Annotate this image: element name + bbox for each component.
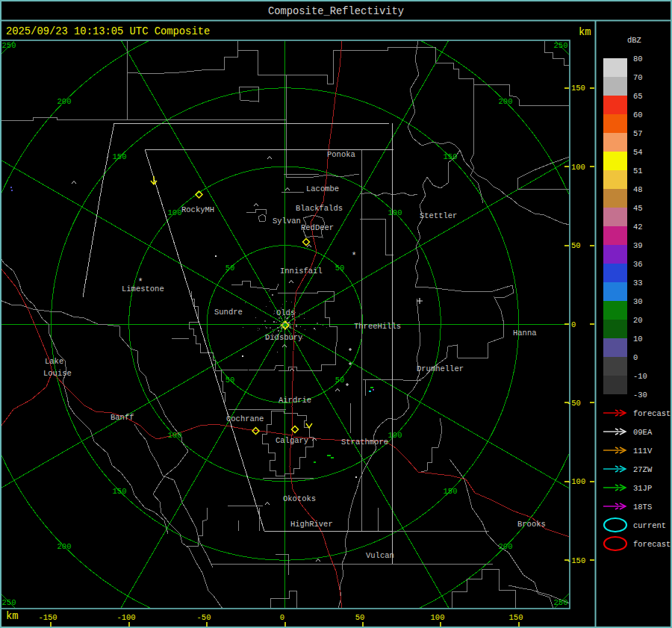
svg-text:Airdrie: Airdrie bbox=[279, 396, 311, 405]
svg-text:100: 100 bbox=[571, 163, 585, 172]
svg-text:36: 36 bbox=[633, 260, 643, 269]
svg-text:0: 0 bbox=[571, 320, 576, 329]
svg-text:250: 250 bbox=[554, 598, 568, 607]
svg-text:*: * bbox=[351, 251, 356, 261]
svg-text:Innisfail: Innisfail bbox=[280, 267, 323, 276]
svg-text:Blackfalds: Blackfalds bbox=[296, 204, 343, 213]
svg-text:100: 100 bbox=[388, 431, 402, 440]
svg-text:09EA: 09EA bbox=[633, 428, 653, 437]
svg-text:100: 100 bbox=[431, 613, 445, 622]
svg-text:150: 150 bbox=[571, 84, 585, 93]
svg-text:51: 51 bbox=[633, 167, 643, 175]
svg-text:RockyMH: RockyMH bbox=[181, 205, 214, 214]
svg-text:250: 250 bbox=[2, 41, 16, 50]
svg-text:33: 33 bbox=[633, 279, 643, 287]
svg-text:50: 50 bbox=[225, 264, 235, 273]
svg-text:Okotoks: Okotoks bbox=[283, 494, 316, 503]
svg-text:km: km bbox=[579, 27, 591, 38]
svg-text:50: 50 bbox=[355, 613, 365, 622]
svg-text:200: 200 bbox=[57, 97, 72, 106]
svg-text:Brooks: Brooks bbox=[517, 520, 546, 529]
svg-text:Drumheller: Drumheller bbox=[417, 364, 464, 373]
svg-text:20: 20 bbox=[633, 316, 643, 325]
svg-text:57: 57 bbox=[633, 129, 643, 138]
svg-text:111V: 111V bbox=[633, 447, 653, 456]
svg-text:100: 100 bbox=[168, 208, 182, 217]
svg-text:dBZ: dBZ bbox=[627, 36, 641, 45]
svg-text:150: 150 bbox=[113, 152, 127, 161]
svg-text:-10: -10 bbox=[633, 372, 647, 381]
svg-text:150: 150 bbox=[444, 152, 458, 161]
svg-text:HighRiver: HighRiver bbox=[290, 520, 333, 529]
svg-text:-50: -50 bbox=[197, 613, 211, 622]
svg-text:70: 70 bbox=[633, 73, 643, 82]
svg-text:Cochrane: Cochrane bbox=[226, 414, 264, 423]
svg-text:10: 10 bbox=[633, 335, 643, 343]
svg-text:current: current bbox=[633, 521, 666, 530]
svg-text:27ZW: 27ZW bbox=[633, 465, 653, 474]
svg-text:100: 100 bbox=[388, 208, 402, 217]
svg-text:39: 39 bbox=[633, 241, 643, 250]
svg-text:ThreeHills: ThreeHills bbox=[354, 322, 401, 331]
svg-text:Didsbury: Didsbury bbox=[265, 333, 302, 342]
svg-text:Louise: Louise bbox=[43, 369, 72, 378]
svg-text:-100: -100 bbox=[567, 477, 585, 486]
svg-text:150: 150 bbox=[113, 487, 127, 496]
svg-text:18TS: 18TS bbox=[633, 503, 652, 512]
svg-text:Strathmore: Strathmore bbox=[341, 438, 388, 447]
svg-text:-150: -150 bbox=[38, 613, 57, 622]
svg-text:Hanna: Hanna bbox=[513, 329, 537, 338]
svg-text:30: 30 bbox=[633, 297, 643, 306]
svg-text:31JP: 31JP bbox=[633, 484, 652, 493]
svg-text:60: 60 bbox=[633, 111, 643, 119]
svg-text:-50: -50 bbox=[567, 399, 581, 408]
svg-text:Sylvan: Sylvan bbox=[273, 217, 301, 226]
svg-text:80: 80 bbox=[633, 55, 643, 63]
svg-text:Lacombe: Lacombe bbox=[306, 184, 339, 193]
svg-text:48: 48 bbox=[633, 185, 643, 194]
svg-text:forecast: forecast bbox=[633, 409, 671, 418]
svg-text:Vulcan: Vulcan bbox=[366, 551, 394, 560]
svg-text:Composite_Reflectivity: Composite_Reflectivity bbox=[268, 6, 404, 17]
svg-text:50: 50 bbox=[225, 376, 235, 385]
svg-text:100: 100 bbox=[168, 431, 182, 440]
svg-text:Stettler: Stettler bbox=[420, 211, 457, 220]
svg-text:200: 200 bbox=[499, 542, 513, 551]
svg-text:0: 0 bbox=[633, 353, 638, 362]
svg-text:0: 0 bbox=[280, 613, 284, 622]
svg-text:50: 50 bbox=[335, 376, 345, 385]
svg-text:Banff: Banff bbox=[111, 413, 134, 422]
svg-text:-150: -150 bbox=[567, 556, 585, 565]
svg-text:250: 250 bbox=[554, 41, 568, 50]
svg-text:Ponoka: Ponoka bbox=[327, 150, 355, 159]
svg-text:-30: -30 bbox=[633, 391, 647, 400]
svg-text:RedDeer: RedDeer bbox=[301, 223, 334, 232]
svg-text:50: 50 bbox=[571, 241, 581, 250]
svg-text:*: * bbox=[137, 277, 143, 287]
svg-text:150: 150 bbox=[444, 487, 458, 496]
svg-text:Sundre: Sundre bbox=[214, 308, 243, 317]
svg-text:50: 50 bbox=[335, 264, 345, 273]
svg-text:forecast: forecast bbox=[633, 540, 671, 549]
svg-text:54: 54 bbox=[633, 148, 643, 157]
svg-text:-100: -100 bbox=[116, 613, 135, 622]
svg-text:42: 42 bbox=[633, 223, 643, 231]
svg-text:Calgary: Calgary bbox=[276, 436, 308, 445]
svg-text:250: 250 bbox=[2, 598, 16, 607]
svg-text:2025/09/23 10:13:05 UTC Compos: 2025/09/23 10:13:05 UTC Composite bbox=[6, 26, 210, 37]
svg-text:65: 65 bbox=[633, 92, 643, 101]
svg-text:150: 150 bbox=[509, 613, 523, 622]
svg-text:200: 200 bbox=[57, 542, 72, 551]
svg-text:200: 200 bbox=[499, 97, 513, 106]
svg-text:45: 45 bbox=[633, 204, 643, 213]
svg-text:km: km bbox=[6, 611, 19, 622]
svg-text:Lake: Lake bbox=[45, 357, 63, 366]
